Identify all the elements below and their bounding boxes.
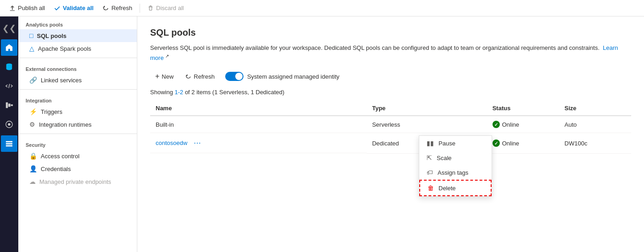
rail-manage[interactable] — [1, 135, 17, 152]
ellipsis-button-contosoedw[interactable]: ⋯ — [191, 138, 205, 148]
icon-rail: ❮❮ — [0, 16, 18, 252]
rail-home[interactable] — [1, 39, 17, 56]
monitor-icon — [5, 120, 13, 129]
svg-rect-10 — [6, 145, 12, 147]
toggle-group: System assigned managed identity — [225, 72, 340, 81]
refresh-icon — [103, 5, 109, 11]
row-size-contosoedw: DW100c — [559, 133, 631, 154]
sidebar-item-triggers[interactable]: ⚡ Triggers — [18, 105, 137, 118]
context-menu-scale[interactable]: ⇱ Scale — [419, 150, 492, 165]
col-header-type: Type — [367, 101, 487, 116]
scale-icon: ⇱ — [427, 154, 432, 161]
rail-integrate[interactable] — [1, 97, 17, 113]
credentials-icon: 👤 — [29, 165, 37, 172]
rail-monitor[interactable] — [1, 116, 17, 133]
table-body: Built-in Serverless Online Auto contosoe… — [150, 116, 631, 153]
top-toolbar: Publish all Validate all Refresh Discard… — [0, 0, 644, 16]
external-section-header: External connections — [18, 61, 137, 74]
sql-pools-icon: □ — [29, 32, 33, 39]
rail-develop[interactable] — [1, 78, 17, 94]
svg-rect-3 — [6, 102, 8, 108]
svg-rect-9 — [6, 143, 12, 145]
sidebar-item-managed-endpoints[interactable]: ☁ Managed private endpoints — [18, 175, 137, 188]
validate-icon — [54, 5, 60, 11]
svg-point-7 — [8, 123, 10, 125]
spark-pools-icon: △ — [29, 45, 34, 52]
status-online-contosoedw: Online — [492, 139, 554, 147]
publish-all-button[interactable]: Publish all — [5, 3, 49, 13]
toolbar-separator — [140, 4, 140, 13]
new-button[interactable]: + New — [150, 70, 179, 83]
col-header-size: Size — [559, 101, 631, 116]
publish-icon — [9, 5, 16, 11]
row-status-builtin: Online — [487, 116, 559, 133]
access-control-icon: 🔒 — [29, 152, 37, 160]
status-dot-contosoedw — [492, 139, 500, 147]
plus-icon: + — [155, 72, 159, 80]
managed-endpoints-icon: ☁ — [29, 178, 36, 185]
sidebar-item-sql-pools[interactable]: □ SQL pools — [18, 29, 137, 42]
home-icon — [5, 43, 13, 52]
sidebar-item-spark-pools[interactable]: △ Apache Spark pools — [18, 42, 137, 55]
table-header: Name Type Status Size — [150, 101, 631, 116]
table-row: Built-in Serverless Online Auto — [150, 116, 631, 133]
main-content: SQL pools Serverless SQL pool is immedia… — [137, 16, 644, 252]
integrate-icon — [5, 101, 13, 109]
col-header-name: Name — [150, 101, 367, 116]
analytics-section-header: Analytics pools — [18, 16, 137, 29]
row-name-builtin: Built-in — [150, 116, 367, 133]
linked-services-icon: 🔗 — [29, 76, 37, 84]
security-section-header: Security — [18, 137, 137, 150]
discard-icon — [147, 5, 154, 11]
row-type-builtin: Serverless — [367, 116, 487, 133]
svg-rect-5 — [11, 104, 13, 106]
count-range: 1-2 — [174, 89, 183, 96]
pool-link-contosoedw[interactable]: contosoedw — [156, 139, 187, 146]
rail-data[interactable] — [1, 59, 17, 75]
managed-identity-toggle[interactable] — [225, 72, 244, 81]
row-size-builtin: Auto — [559, 116, 631, 133]
row-status-contosoedw: Online — [487, 133, 559, 154]
sidebar-divider-3 — [18, 134, 137, 134]
tag-icon: 🏷 — [427, 169, 433, 176]
sidebar: Analytics pools □ SQL pools △ Apache Spa… — [18, 16, 137, 252]
page-title: SQL pools — [150, 27, 631, 38]
sidebar-item-access-control[interactable]: 🔒 Access control — [18, 150, 137, 162]
sidebar-item-linked-services[interactable]: 🔗 Linked services — [18, 74, 137, 86]
status-online-builtin: Online — [492, 121, 554, 128]
context-menu-pause[interactable]: ▮▮ Pause — [419, 136, 492, 150]
table-row: contosoedw ⋯ Dedicated Online DW100c — [150, 133, 631, 154]
svg-rect-8 — [6, 141, 12, 143]
count-info: Showing 1-2 of 2 items (1 Serverless, 1 … — [150, 89, 631, 96]
sidebar-divider-2 — [18, 89, 137, 90]
validate-all-button[interactable]: Validate all — [50, 3, 97, 13]
main-layout: ❮❮ Analytics pools □ SQL pools △ Apache … — [0, 16, 644, 252]
toggle-label: System assigned managed identity — [247, 73, 340, 80]
integration-runtimes-icon: ⚙ — [29, 121, 35, 128]
rail-expand[interactable]: ❮❮ — [1, 20, 17, 37]
svg-rect-4 — [8, 103, 11, 107]
data-icon — [5, 63, 13, 71]
integration-section-header: Integration — [18, 92, 137, 105]
page-description: Serverless SQL pool is immediately avail… — [150, 43, 631, 62]
sql-pools-table: Name Type Status Size Built-in Serverles… — [150, 101, 631, 154]
content-toolbar: + New Refresh System assigned managed id… — [150, 70, 631, 83]
develop-icon — [5, 82, 13, 90]
col-header-status: Status — [487, 101, 559, 116]
external-link-icon: ↗ — [165, 54, 169, 59]
pause-icon: ▮▮ — [427, 139, 434, 147]
sidebar-divider-1 — [18, 58, 137, 58]
sidebar-item-integration-runtimes[interactable]: ⚙ Integration runtimes — [18, 118, 137, 131]
delete-icon: 🗑 — [428, 184, 434, 192]
triggers-icon: ⚡ — [29, 108, 37, 115]
svg-rect-0 — [10, 10, 15, 11]
refresh-button[interactable]: Refresh — [99, 3, 136, 13]
context-menu-assign-tags[interactable]: 🏷 Assign tags — [419, 165, 492, 180]
discard-all-button[interactable]: Discard all — [144, 3, 188, 13]
sidebar-item-credentials[interactable]: 👤 Credentials — [18, 162, 137, 175]
context-menu-delete[interactable]: 🗑 Delete — [419, 180, 492, 196]
refresh-content-button[interactable]: Refresh — [180, 70, 220, 83]
status-dot-builtin — [492, 121, 500, 128]
row-name-contosoedw: contosoedw ⋯ — [150, 133, 367, 153]
context-menu: ▮▮ Pause ⇱ Scale 🏷 Assign tags 🗑 Delete — [419, 135, 492, 197]
